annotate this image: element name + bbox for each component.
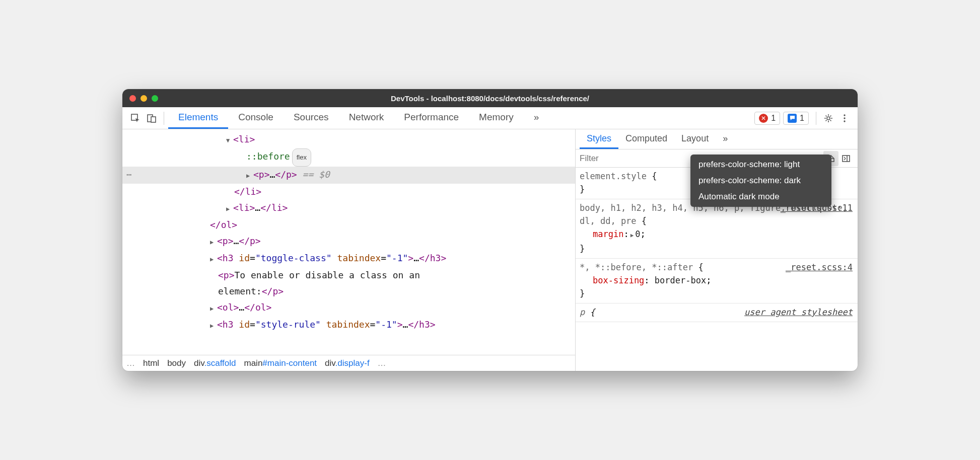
svg-point-4 — [844, 114, 845, 116]
emulation-popup: prefers-color-scheme: light prefers-colo… — [690, 155, 831, 207]
flex-badge[interactable]: flex — [292, 148, 311, 167]
device-toggle-icon[interactable] — [144, 110, 160, 126]
tree-row[interactable]: element:</p> — [122, 283, 575, 299]
svg-point-5 — [844, 117, 845, 119]
tree-row[interactable]: ▶<li>…</li> — [122, 200, 575, 217]
tree-row[interactable]: </li> — [122, 184, 575, 200]
main-toolbar: Elements Console Sources Network Perform… — [122, 107, 858, 129]
breadcrumb-item[interactable]: div.scaffold — [194, 358, 236, 368]
expand-arrow-icon[interactable]: ▶ — [226, 201, 232, 217]
tabs-overflow-icon[interactable]: » — [716, 129, 735, 149]
toggle-computed-sidebar-icon[interactable] — [838, 151, 854, 166]
tree-row[interactable]: ▶<p>…</p> — [122, 233, 575, 250]
svg-rect-8 — [843, 156, 850, 162]
tab-network[interactable]: Network — [339, 107, 394, 129]
popup-item-auto-dark[interactable]: Automatic dark mode — [690, 189, 831, 205]
inspect-element-icon[interactable] — [127, 110, 144, 126]
css-property[interactable]: margin:▶0; — [580, 227, 854, 242]
tree-row[interactable]: ::beforeflex — [122, 148, 575, 167]
minimize-window-button[interactable] — [141, 95, 147, 102]
tree-row[interactable]: ▶<h3 id="toggle-class" tabindex="-1">…</… — [122, 250, 575, 267]
svg-point-3 — [827, 117, 830, 120]
tab-computed[interactable]: Computed — [618, 129, 674, 149]
close-window-button[interactable] — [129, 95, 136, 102]
style-rule[interactable]: user agent stylesheet p { — [576, 303, 858, 322]
tree-row[interactable]: ▼<li> — [122, 131, 575, 148]
svg-point-6 — [844, 120, 845, 122]
expand-shorthand-icon[interactable]: ▶ — [631, 232, 634, 239]
source-link[interactable]: _reset.scss:4 — [786, 261, 853, 274]
error-icon: ✕ — [759, 114, 768, 123]
titlebar: DevTools - localhost:8080/docs/devtools/… — [122, 89, 858, 107]
tab-performance[interactable]: Performance — [394, 107, 469, 129]
popup-item-light[interactable]: prefers-color-scheme: light — [690, 157, 831, 173]
errors-badge[interactable]: ✕ 1 — [754, 112, 780, 125]
tree-row-selected[interactable]: ▶<p>…</p> == $0 — [122, 167, 575, 184]
tab-console[interactable]: Console — [228, 107, 284, 129]
tab-memory[interactable]: Memory — [469, 107, 524, 129]
style-rule[interactable]: _reset.scss:11 body, h1, h2, h3, h4, h5,… — [576, 199, 858, 259]
message-icon — [788, 114, 797, 123]
main-tabs: Elements Console Sources Network Perform… — [168, 107, 549, 129]
expand-arrow-icon[interactable]: ▶ — [210, 318, 216, 334]
divider — [816, 112, 816, 125]
traffic-lights — [129, 95, 158, 102]
expand-arrow-icon[interactable]: ▼ — [226, 132, 232, 148]
tab-layout[interactable]: Layout — [674, 129, 716, 149]
breadcrumb-item[interactable]: div.display-f — [325, 358, 370, 368]
breadcrumb-item[interactable]: body — [167, 358, 186, 368]
dom-tree[interactable]: ▼<li> ::beforeflex ▶<p>…</p> == $0 </li>… — [122, 129, 575, 355]
expand-arrow-icon[interactable]: ▶ — [210, 251, 216, 267]
tree-row[interactable]: ▶<ol>…</ol> — [122, 299, 575, 317]
errors-count: 1 — [771, 114, 776, 123]
elements-panel: ▼<li> ::beforeflex ▶<p>…</p> == $0 </li>… — [122, 129, 576, 371]
selected-element-var: == $0 — [297, 169, 330, 180]
breadcrumb-more-right[interactable]: … — [378, 358, 386, 368]
breadcrumb-more-left[interactable]: … — [126, 358, 135, 368]
expand-arrow-icon[interactable]: ▶ — [210, 300, 216, 317]
breadcrumb-item[interactable]: html — [143, 358, 159, 368]
user-agent-stylesheet-label: user agent stylesheet — [744, 305, 853, 319]
styles-panel: Styles Computed Layout » :hov .cls — [576, 129, 858, 371]
more-icon[interactable] — [836, 110, 853, 126]
content: ▼<li> ::beforeflex ▶<p>…</p> == $0 </li>… — [122, 129, 858, 371]
popup-item-dark[interactable]: prefers-color-scheme: dark — [690, 173, 831, 189]
style-rule[interactable]: _reset.scss:4 *, *::before, *::after { b… — [576, 259, 858, 303]
css-property[interactable]: box-sizing: border-box; — [580, 274, 854, 287]
tab-elements[interactable]: Elements — [168, 107, 228, 129]
svg-rect-2 — [151, 117, 156, 122]
tree-row[interactable]: <p>To enable or disable a class on an — [122, 267, 575, 283]
styles-tabs: Styles Computed Layout » — [576, 129, 858, 149]
tab-styles[interactable]: Styles — [580, 129, 618, 149]
tab-sources[interactable]: Sources — [284, 107, 339, 129]
tabs-overflow-icon[interactable]: » — [524, 107, 549, 129]
breadcrumb-item[interactable]: main#main-content — [244, 358, 317, 368]
settings-icon[interactable] — [820, 110, 836, 126]
messages-badge[interactable]: 1 — [783, 112, 809, 125]
expand-arrow-icon[interactable]: ▶ — [210, 234, 216, 250]
tree-row[interactable]: ▶<h3 id="style-rule" tabindex="-1">…</h3… — [122, 317, 575, 334]
tree-row[interactable]: </ol> — [122, 217, 575, 233]
window-title: DevTools - localhost:8080/docs/devtools/… — [122, 94, 858, 103]
maximize-window-button[interactable] — [152, 95, 158, 102]
breadcrumb[interactable]: … html body div.scaffold main#main-conte… — [122, 355, 575, 371]
expand-arrow-icon[interactable]: ▶ — [246, 168, 252, 184]
divider — [164, 112, 164, 125]
messages-count: 1 — [800, 114, 804, 123]
devtools-window: DevTools - localhost:8080/docs/devtools/… — [122, 89, 858, 371]
